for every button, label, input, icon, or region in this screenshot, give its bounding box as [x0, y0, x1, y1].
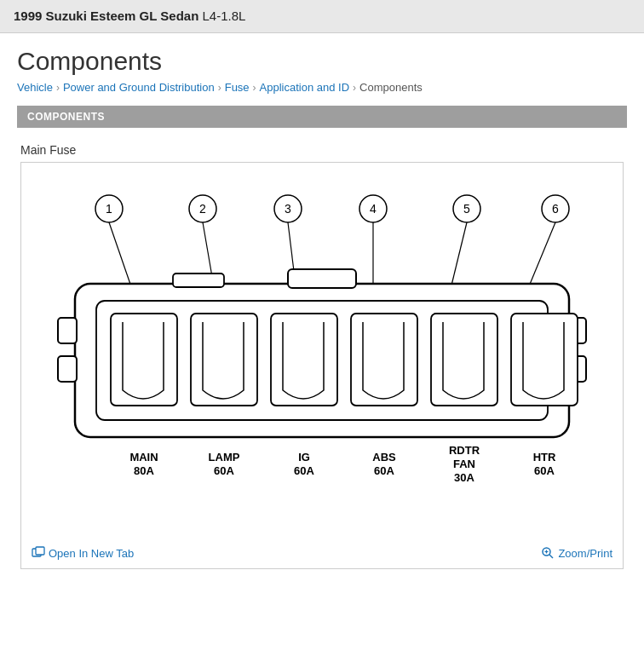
- svg-rect-23: [288, 269, 356, 288]
- svg-text:HTR: HTR: [533, 451, 556, 464]
- svg-rect-26: [111, 314, 177, 406]
- diagram-box: 1 2 3 4 5 6: [20, 162, 624, 569]
- breadcrumb-current: Components: [359, 81, 423, 94]
- breadcrumb-fuse[interactable]: Fuse: [225, 81, 250, 94]
- svg-line-16: [450, 222, 467, 292]
- main-content: Components Vehicle › Power and Ground Di…: [0, 33, 644, 583]
- header-bar: 1999 Suzuki Esteem GL Sedan L4-1.8L: [0, 0, 644, 33]
- svg-text:LAMP: LAMP: [209, 451, 240, 464]
- breadcrumb-sep-1: ›: [56, 82, 60, 94]
- breadcrumb-sep-2: ›: [218, 82, 221, 94]
- svg-rect-19: [58, 318, 77, 343]
- breadcrumb: Vehicle › Power and Ground Distribution …: [17, 81, 627, 94]
- svg-text:6: 6: [552, 202, 559, 216]
- svg-text:60A: 60A: [214, 464, 234, 477]
- svg-text:MAIN: MAIN: [129, 451, 158, 464]
- svg-text:60A: 60A: [374, 464, 394, 477]
- breadcrumb-sep-4: ›: [353, 82, 356, 94]
- svg-line-48: [549, 555, 553, 558]
- svg-rect-29: [351, 314, 417, 406]
- svg-text:80A: 80A: [134, 464, 154, 477]
- header-title-normal: L4-1.8L: [198, 9, 245, 23]
- breadcrumb-power[interactable]: Power and Ground Distribution: [63, 81, 215, 94]
- svg-rect-20: [58, 356, 77, 382]
- svg-rect-30: [431, 314, 497, 406]
- svg-text:60A: 60A: [294, 464, 314, 477]
- breadcrumb-appid[interactable]: Application and ID: [260, 81, 350, 94]
- svg-text:1: 1: [106, 202, 112, 216]
- breadcrumb-vehicle[interactable]: Vehicle: [17, 81, 53, 94]
- svg-text:3: 3: [285, 202, 291, 216]
- svg-text:IG: IG: [298, 451, 310, 464]
- svg-rect-27: [191, 314, 257, 406]
- diagram-container: Main Fuse 1 2 3 4: [20, 143, 624, 569]
- diagram-label: Main Fuse: [20, 143, 624, 157]
- svg-text:5: 5: [463, 202, 470, 216]
- zoom-print-label: Zoom/Print: [558, 547, 612, 560]
- zoom-icon: [541, 546, 555, 560]
- diagram-footer: Open In New Tab Zoom/Print: [28, 546, 616, 560]
- fuse-svg-wrap: 1 2 3 4 5 6: [28, 173, 616, 539]
- open-tab-link[interactable]: Open In New Tab: [32, 546, 134, 560]
- page-title: Components: [17, 47, 627, 76]
- breadcrumb-sep-3: ›: [253, 82, 256, 94]
- header-title: 1999 Suzuki Esteem GL Sedan L4-1.8L: [14, 9, 245, 23]
- svg-text:FAN: FAN: [453, 458, 475, 470]
- section-header: COMPONENTS: [17, 106, 627, 128]
- svg-text:60A: 60A: [534, 464, 555, 477]
- zoom-print-link[interactable]: Zoom/Print: [541, 546, 612, 560]
- svg-rect-31: [511, 314, 578, 406]
- svg-text:4: 4: [370, 202, 377, 216]
- header-title-bold: 1999 Suzuki Esteem GL Sedan: [14, 9, 198, 23]
- svg-text:ABS: ABS: [372, 451, 396, 464]
- svg-rect-24: [173, 274, 224, 287]
- open-tab-label: Open In New Tab: [49, 547, 134, 560]
- open-tab-icon: [32, 546, 45, 560]
- svg-text:2: 2: [199, 202, 206, 216]
- svg-text:30A: 30A: [454, 471, 474, 484]
- fuse-diagram-svg: 1 2 3 4 5 6: [32, 173, 612, 539]
- svg-text:RDTR: RDTR: [449, 444, 480, 457]
- svg-rect-46: [36, 547, 44, 555]
- svg-rect-28: [271, 314, 337, 406]
